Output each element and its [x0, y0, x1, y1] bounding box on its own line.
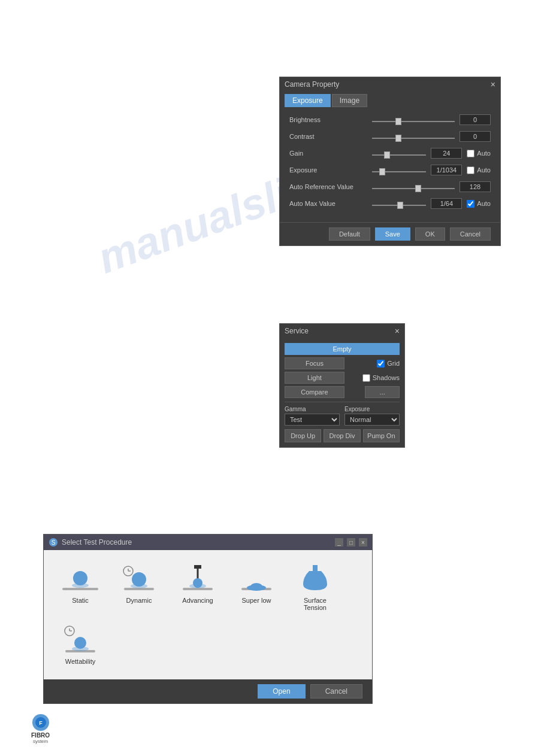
wettability-label: Wettability: [65, 658, 96, 665]
camera-dialog-title: Camera Property: [285, 80, 339, 89]
exposure-label: Exposure: [289, 166, 367, 174]
default-button[interactable]: Default: [329, 227, 370, 241]
surface-tension-icon: [297, 565, 333, 594]
ok-button[interactable]: OK: [415, 227, 445, 241]
surface-tension-label: Surface Tension: [293, 597, 337, 611]
auto-reference-label: Auto Reference Value: [289, 183, 367, 190]
pump-on-button[interactable]: Pump On: [363, 429, 400, 442]
tab-image[interactable]: Image: [332, 94, 367, 107]
auto-max-auto: Auto: [467, 200, 491, 208]
cancel-button[interactable]: Cancel: [450, 227, 491, 241]
contrast-input[interactable]: 0: [460, 131, 491, 142]
gain-input[interactable]: 24: [431, 148, 462, 159]
shadows-label: Shadows: [373, 374, 400, 381]
camera-dialog-tabs: Exposure Image: [280, 92, 500, 107]
wettability-icon: [62, 625, 98, 656]
brightness-input[interactable]: 0: [460, 114, 491, 125]
auto-reference-input[interactable]: 128: [460, 181, 491, 192]
test-item-advancing[interactable]: Advancing: [171, 560, 225, 616]
contrast-slider-container: [372, 134, 455, 139]
select-cancel-button[interactable]: Cancel: [310, 684, 362, 699]
test-item-wettability[interactable]: Wettability: [53, 621, 107, 670]
service-divider: [285, 402, 400, 402]
gamma-select[interactable]: Test Normal High: [285, 414, 340, 426]
svg-rect-19: [313, 565, 318, 571]
drop-up-button[interactable]: Drop Up: [285, 429, 321, 442]
auto-ref-slider-thumb[interactable]: [415, 185, 421, 192]
dynamic-label: Dynamic: [126, 597, 152, 604]
select-close-button[interactable]: ×: [359, 538, 367, 546]
svg-point-18: [250, 583, 262, 590]
svg-point-10: [132, 572, 146, 587]
test-item-surface-tension[interactable]: Surface Tension: [288, 560, 342, 616]
save-button[interactable]: Save: [375, 227, 410, 241]
drop-div-button[interactable]: Drop Div: [324, 429, 360, 442]
auto-max-row: Auto Max Value 1/64 Auto: [289, 198, 491, 209]
select-footer: Open Cancel: [44, 679, 372, 703]
auto-max-auto-label: Auto: [477, 200, 491, 207]
select-title: Select Test Procedure: [62, 538, 132, 546]
svg-point-25: [74, 637, 86, 649]
exposure-select[interactable]: Normal Auto Manual: [344, 414, 400, 426]
light-row: Light Shadows: [285, 372, 400, 384]
test-item-static[interactable]: Static: [53, 560, 107, 616]
advancing-icon: [180, 565, 216, 594]
exposure-input[interactable]: 1/1034: [431, 165, 462, 175]
select-test-dialog: S Select Test Procedure _ □ × Static: [43, 534, 373, 704]
gain-slider-thumb[interactable]: [384, 151, 390, 159]
service-dialog: Service × Empty Focus Grid Light Shadows…: [279, 323, 405, 448]
focus-button[interactable]: Focus: [285, 357, 344, 369]
contrast-label: Contrast: [289, 133, 367, 140]
brightness-slider-thumb[interactable]: [395, 118, 401, 125]
gain-row: Gain 24 Auto: [289, 148, 491, 159]
compare-dots-button[interactable]: ...: [365, 386, 400, 398]
exposure-row: Exposure 1/1034 Auto: [289, 165, 491, 175]
test-grid: Static Dynamic: [53, 560, 362, 670]
brightness-slider-track: [372, 121, 455, 122]
test-item-dynamic[interactable]: Dynamic: [112, 560, 166, 616]
fibro-logo: F FIBRO system: [31, 714, 50, 744]
open-button[interactable]: Open: [258, 684, 305, 699]
service-body: Empty Focus Grid Light Shadows Compare .…: [280, 338, 404, 447]
tab-exposure[interactable]: Exposure: [285, 94, 331, 107]
camera-dialog-close[interactable]: ×: [491, 80, 495, 89]
select-minimize-button[interactable]: _: [335, 538, 343, 546]
empty-button[interactable]: Empty: [285, 343, 400, 355]
shadows-checkbox[interactable]: [362, 374, 370, 382]
advancing-label: Advancing: [182, 597, 213, 604]
action-buttons: Drop Up Drop Div Pump On: [285, 429, 400, 442]
exposure-auto-checkbox[interactable]: [467, 166, 474, 174]
select-titlebar-controls: _ □ ×: [335, 538, 367, 546]
service-close[interactable]: ×: [395, 326, 400, 336]
fibro-name: FIBRO: [31, 732, 50, 739]
fibro-sub: system: [33, 739, 48, 744]
superlow-icon: [238, 565, 274, 594]
light-button[interactable]: Light: [285, 372, 344, 384]
camera-dialog-titlebar: Camera Property ×: [280, 77, 500, 92]
auto-max-label: Auto Max Value: [289, 200, 367, 207]
exposure-slider-thumb[interactable]: [379, 168, 385, 175]
exposure-col: Exposure Normal Auto Manual: [344, 406, 400, 426]
static-icon: [62, 565, 98, 594]
grid-checkbox[interactable]: [377, 360, 385, 368]
svg-text:F: F: [39, 720, 43, 726]
gamma-col: Gamma Test Normal High: [285, 406, 340, 426]
auto-max-auto-checkbox[interactable]: [467, 200, 474, 208]
auto-max-slider-thumb[interactable]: [397, 202, 403, 209]
svg-text:S: S: [52, 539, 56, 546]
exposure-slider-track: [372, 171, 426, 172]
compare-button[interactable]: Compare: [285, 386, 344, 398]
auto-max-input[interactable]: 1/64: [431, 198, 462, 209]
camera-dialog-body: Brightness 0 Contrast 0 Gain: [280, 107, 500, 222]
gain-auto-checkbox[interactable]: [467, 150, 474, 157]
select-restore-button[interactable]: □: [347, 538, 355, 546]
contrast-slider-thumb[interactable]: [395, 135, 401, 142]
auto-max-slider-container: [372, 201, 426, 206]
gain-auto: Auto: [467, 150, 491, 157]
grid-label: Grid: [387, 360, 400, 367]
brightness-label: Brightness: [289, 116, 367, 123]
wettability-icon-area: [62, 626, 98, 655]
test-item-superlow[interactable]: Super low: [229, 560, 283, 616]
static-icon-area: [62, 564, 98, 594]
exposure-auto-label: Auto: [477, 166, 491, 174]
